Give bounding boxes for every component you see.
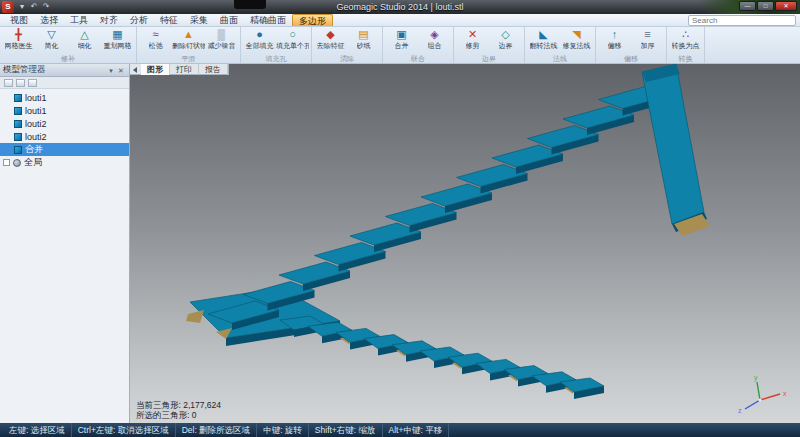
undo-icon[interactable]: ↶: [29, 1, 39, 13]
sandpaper-icon: ▤: [358, 28, 368, 41]
menu-dropdown-icon[interactable]: ▾: [17, 1, 27, 13]
combine-button[interactable]: ◈ 组合: [418, 28, 451, 54]
refine-button[interactable]: △ 细化: [68, 28, 101, 54]
defeature-button[interactable]: ◆ 去除特征: [314, 28, 347, 54]
hint-select: 左键: 选择区域: [3, 423, 72, 437]
tab-tools[interactable]: 工具: [64, 14, 94, 26]
merge-label: 合并: [395, 41, 409, 50]
viewport-tab-graphics[interactable]: 图形: [141, 64, 170, 75]
tab-select[interactable]: 选择: [34, 14, 64, 26]
model-manager-panel: 模型管理器 ▾ ✕ louti1 louti1 louti2: [0, 64, 130, 423]
mesh-icon: [14, 133, 22, 141]
tab-view[interactable]: 视图: [4, 14, 34, 26]
mesh-doctor-button[interactable]: ╋ 网格医生: [2, 28, 35, 54]
remesh-label: 重划网格: [104, 41, 132, 50]
remove-spikes-icon: ▲: [183, 28, 194, 41]
tree-item-global[interactable]: 全局: [0, 156, 129, 169]
remesh-icon: ▦: [112, 28, 122, 41]
tree-item-label: 合并: [25, 143, 43, 156]
tree-view-icon[interactable]: [4, 79, 13, 87]
offset-label: 偏移: [608, 41, 622, 50]
titlebar-notch: [234, 0, 266, 9]
main-area: 模型管理器 ▾ ✕ louti1 louti1 louti2: [0, 64, 800, 423]
viewport-tab-print[interactable]: 打印: [170, 64, 199, 75]
properties-icon[interactable]: [28, 79, 37, 87]
tree-item-label: louti2: [25, 132, 47, 142]
tab-analysis[interactable]: 分析: [124, 14, 154, 26]
tree-item-merged-selected[interactable]: 合并: [0, 143, 129, 156]
trim-button[interactable]: ✕ 修剪: [456, 28, 489, 54]
repair-normals-icon: ◥: [572, 28, 580, 41]
remesh-button[interactable]: ▦ 重划网格: [101, 28, 134, 54]
refine-label: 细化: [78, 41, 92, 50]
tab-surface[interactable]: 曲面: [214, 14, 244, 26]
boundary-button[interactable]: ◇ 边界: [489, 28, 522, 54]
window-controls: — □ ✕: [739, 1, 797, 11]
group-label-cleanup: 清除: [314, 54, 380, 63]
tab-align[interactable]: 对齐: [94, 14, 124, 26]
current-triangles: 当前三角形: 2,177,624: [136, 400, 221, 410]
mesh-icon: [14, 94, 22, 102]
tab-polygons-active[interactable]: 多边形: [292, 14, 333, 26]
model-tree: louti1 louti1 louti2 louti2 合并 全局: [0, 89, 129, 171]
axis-y-label: y: [754, 374, 758, 382]
tab-capture[interactable]: 采集: [184, 14, 214, 26]
merge-button[interactable]: ▣ 合并: [385, 28, 418, 54]
axes-widget[interactable]: x y z: [738, 374, 787, 414]
group-label-repair: 修补: [2, 54, 134, 63]
tab-exact-surface[interactable]: 精确曲面: [244, 14, 292, 26]
collapse-sidebar-icon[interactable]: [130, 64, 141, 75]
ribbon-group-fill-holes: ● 全部填充 ○ 填充单个孔 填充孔: [241, 27, 312, 63]
maximize-button[interactable]: □: [757, 1, 774, 11]
tree-item-louti1[interactable]: louti1: [0, 91, 129, 104]
group-label-offset: 偏移: [598, 54, 664, 63]
redo-icon[interactable]: ↷: [41, 1, 51, 13]
fill-all-button[interactable]: ● 全部填充: [243, 28, 276, 54]
relax-button[interactable]: ≈ 松弛: [139, 28, 172, 54]
sandpaper-label: 砂纸: [357, 41, 371, 50]
close-button[interactable]: ✕: [775, 1, 797, 11]
thicken-button[interactable]: ≡ 加厚: [631, 28, 664, 54]
remove-spikes-button[interactable]: ▲ 删除钉状物: [172, 28, 205, 54]
repair-normals-button[interactable]: ◥ 修复法线: [560, 28, 593, 54]
tree-item-louti1b[interactable]: louti1: [0, 104, 129, 117]
app-logo[interactable]: S: [2, 1, 14, 13]
offset-button[interactable]: ↑ 偏移: [598, 28, 631, 54]
hint-deselect: Ctrl+左键: 取消选择区域: [72, 423, 176, 437]
hint-rotate: 中键: 旋转: [257, 423, 309, 437]
tab-features[interactable]: 特征: [154, 14, 184, 26]
pin-icon[interactable]: ▾: [106, 66, 116, 75]
flip-normals-icon: ◣: [539, 28, 547, 41]
group-label-fill-holes: 填充孔: [243, 54, 309, 63]
status-hint-bar: 左键: 选择区域 Ctrl+左键: 取消选择区域 Del: 删除所选区域 中键:…: [0, 423, 800, 437]
fill-single-label: 填充单个孔: [276, 41, 309, 50]
tree-item-louti2[interactable]: louti2: [0, 117, 129, 130]
repair-normals-label: 修复法线: [563, 41, 591, 50]
convert-to-points-button[interactable]: ∴ 转换为点: [669, 28, 702, 54]
staircase-model[interactable]: x y z: [130, 64, 800, 423]
simplify-label: 简化: [45, 41, 59, 50]
search-input[interactable]: [689, 16, 800, 25]
viewport-3d[interactable]: x y z 图形 打印 报告 当前三角形: 2,177,624 所选的三角形: …: [130, 64, 800, 423]
flip-normals-button[interactable]: ◣ 翻转法线: [527, 28, 560, 54]
list-view-icon[interactable]: [16, 79, 25, 87]
ribbon-group-boundary: ✕ 修剪 ◇ 边界 边界: [454, 27, 525, 63]
hint-delete: Del: 删除所选区域: [176, 423, 257, 437]
simplify-button[interactable]: ▽ 简化: [35, 28, 68, 54]
expander-icon[interactable]: [3, 159, 10, 166]
defeature-label: 去除特征: [317, 41, 345, 50]
viewport-tab-report[interactable]: 报告: [199, 64, 228, 75]
tree-item-label: louti1: [25, 106, 47, 116]
mesh-icon: [14, 107, 22, 115]
tree-item-louti2b[interactable]: louti2: [0, 130, 129, 143]
refine-icon: △: [80, 28, 88, 41]
sandpaper-button[interactable]: ▤ 砂纸: [347, 28, 380, 54]
reduce-noise-button[interactable]: ▒ 减少噪音: [205, 28, 238, 54]
ribbon-group-combine: ▣ 合并 ◈ 组合 联合: [383, 27, 454, 63]
convert-to-points-icon: ∴: [682, 28, 689, 41]
axis-x-label: x: [783, 390, 787, 397]
minimize-button[interactable]: —: [739, 1, 756, 11]
panel-close-icon[interactable]: ✕: [116, 66, 126, 75]
relax-label: 松弛: [149, 41, 163, 50]
fill-single-button[interactable]: ○ 填充单个孔: [276, 28, 309, 54]
